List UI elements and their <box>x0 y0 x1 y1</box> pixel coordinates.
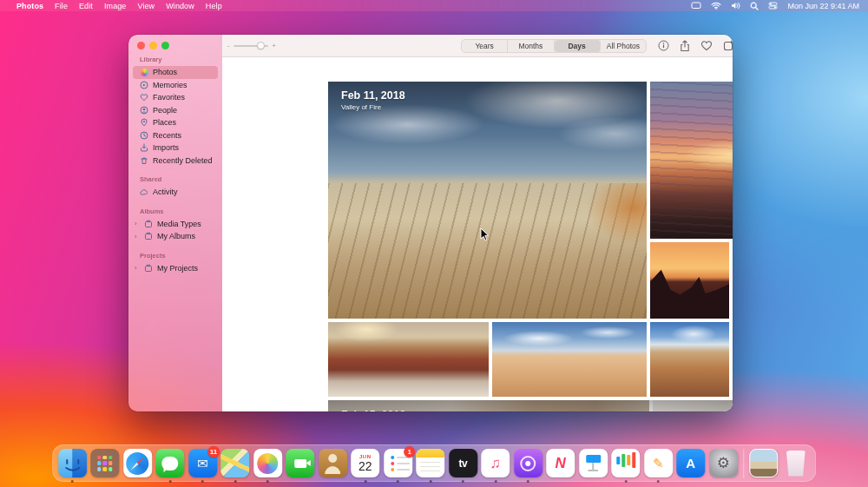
section-location: Valley of Fire <box>341 103 405 111</box>
sidebar-item-label: Photos <box>153 68 177 76</box>
sidebar-item-label: Favorites <box>153 93 185 102</box>
dock-tv[interactable]: tv <box>448 449 477 478</box>
dock-music[interactable]: ♫ <box>481 449 510 478</box>
zoom-button[interactable] <box>161 42 169 49</box>
spotlight-icon[interactable] <box>750 2 759 10</box>
sidebar-item-activity[interactable]: Activity <box>133 186 218 199</box>
sidebar-item-label: Recents <box>153 131 181 140</box>
sidebar-item-photos[interactable]: Photos <box>133 66 218 79</box>
mail-badge: 11 <box>207 446 220 457</box>
dock-calendar[interactable]: JUN 22 <box>351 449 380 478</box>
sidebar-item-label: My Albums <box>157 232 195 240</box>
tab-all-photos[interactable]: All Photos <box>601 40 646 52</box>
slider-knob[interactable] <box>257 42 265 49</box>
tab-years[interactable]: Years <box>462 40 508 52</box>
wifi-icon[interactable] <box>711 2 721 10</box>
dock-system-preferences[interactable]: ⚙ <box>708 449 738 478</box>
dock-maps[interactable] <box>220 449 250 478</box>
album-icon <box>144 232 153 240</box>
dock: 11 ✉ JUN 22 1 tv ♫ N <box>52 444 816 482</box>
sidebar-item-imports[interactable]: Imports <box>133 141 218 155</box>
cloud-icon <box>140 188 148 196</box>
sidebar-item-label: Recently Deleted <box>153 156 213 165</box>
dock-news[interactable]: N <box>546 449 575 478</box>
menu-file[interactable]: File <box>55 2 68 10</box>
album-icon <box>144 264 153 273</box>
sidebar-section-projects: Projects <box>128 252 222 262</box>
dock-contacts[interactable] <box>318 449 347 478</box>
sidebar-item-people[interactable]: People <box>133 104 218 117</box>
close-button[interactable] <box>137 42 145 49</box>
photo-sunset-desert[interactable]: ⋯ <box>650 82 733 239</box>
sidebar-item-favorites[interactable]: Favorites <box>133 91 218 104</box>
menu-edit[interactable]: Edit <box>79 2 93 10</box>
add-icon[interactable] <box>721 38 733 53</box>
dock-trash[interactable] <box>781 449 811 478</box>
heart-icon <box>140 93 148 102</box>
menubar-clock[interactable]: Mon Jun 22 9:41 AM <box>787 2 859 10</box>
sidebar-section-albums: Albums <box>128 207 222 218</box>
display-icon[interactable] <box>691 2 701 10</box>
menu-image[interactable]: Image <box>104 2 127 10</box>
info-icon[interactable] <box>656 38 670 53</box>
app-menu-photos[interactable]: Photos <box>16 2 43 10</box>
dock-podcasts[interactable] <box>513 449 542 478</box>
mouse-cursor <box>480 227 490 245</box>
reminders-badge: 1 <box>404 446 415 457</box>
sidebar-item-places[interactable]: Places <box>133 116 218 129</box>
thumbnail-zoom-slider[interactable]: - + <box>227 43 276 49</box>
sidebar-item-label: Places <box>153 118 176 127</box>
tab-days[interactable]: Days <box>555 40 601 52</box>
favorite-icon[interactable] <box>700 38 713 53</box>
chevron-right-icon[interactable]: › <box>135 220 140 227</box>
chevron-right-icon[interactable]: › <box>135 233 140 240</box>
dock-launchpad[interactable] <box>90 449 120 478</box>
sidebar-item-recently-deleted[interactable]: Recently Deleted <box>133 155 218 168</box>
dock-pages[interactable]: ✎ <box>643 449 673 478</box>
sidebar-item-recents[interactable]: Recents <box>133 129 218 142</box>
tab-months[interactable]: Months <box>508 40 554 52</box>
sidebar-item-memories[interactable]: Memories <box>133 79 218 92</box>
zoom-in-icon[interactable]: + <box>272 43 276 49</box>
control-center-icon[interactable] <box>768 2 778 10</box>
minimize-button[interactable] <box>149 42 157 49</box>
person-icon <box>140 106 148 115</box>
photo-rock-formations[interactable] <box>650 322 729 397</box>
window-controls <box>137 42 169 49</box>
menu-help[interactable]: Help <box>206 2 222 10</box>
menu-window[interactable]: Window <box>166 2 194 10</box>
dock-notes[interactable] <box>416 449 445 478</box>
photo-valley-of-fire-hero[interactable]: Feb 11, 2018 Valley of Fire <box>328 82 647 319</box>
dock-pictures-stack[interactable] <box>748 449 778 478</box>
dock-divider <box>743 449 744 478</box>
share-icon[interactable] <box>678 38 692 53</box>
photos-icon <box>140 68 148 76</box>
view-segmented-control: Years Months Days All Photos <box>461 39 647 53</box>
chevron-right-icon[interactable]: › <box>135 264 140 272</box>
photo-hiker-on-rock[interactable] <box>492 322 647 397</box>
slider-track[interactable] <box>233 45 269 47</box>
dock-facetime[interactable] <box>286 449 315 478</box>
section-date: Feb 15, 2018 <box>341 409 405 411</box>
sidebar-item-media-types[interactable]: › Media Types <box>133 218 218 231</box>
sidebar-item-my-albums[interactable]: › My Albums <box>133 230 218 243</box>
dock-keynote[interactable] <box>578 449 608 478</box>
album-icon <box>144 220 153 228</box>
dock-appstore[interactable]: A <box>676 449 706 478</box>
dock-numbers[interactable] <box>611 449 641 478</box>
photo-sunset-silhouettes[interactable] <box>650 242 729 319</box>
calendar-day: 22 <box>358 460 372 472</box>
zoom-out-icon[interactable]: - <box>227 43 230 49</box>
dock-safari[interactable] <box>122 449 152 478</box>
photo-red-desert[interactable] <box>328 322 489 397</box>
dock-photos[interactable] <box>253 449 282 478</box>
menu-view[interactable]: View <box>137 2 155 10</box>
dock-reminders[interactable]: 1 <box>383 449 412 478</box>
dock-finder[interactable] <box>57 449 87 478</box>
sidebar-item-my-projects[interactable]: › My Projects <box>133 262 218 275</box>
dock-messages[interactable] <box>155 449 185 478</box>
dock-mail[interactable]: 11 ✉ <box>187 449 217 478</box>
sidebar-item-label: My Projects <box>157 264 198 273</box>
volume-icon[interactable] <box>731 2 740 10</box>
import-icon <box>140 143 148 152</box>
